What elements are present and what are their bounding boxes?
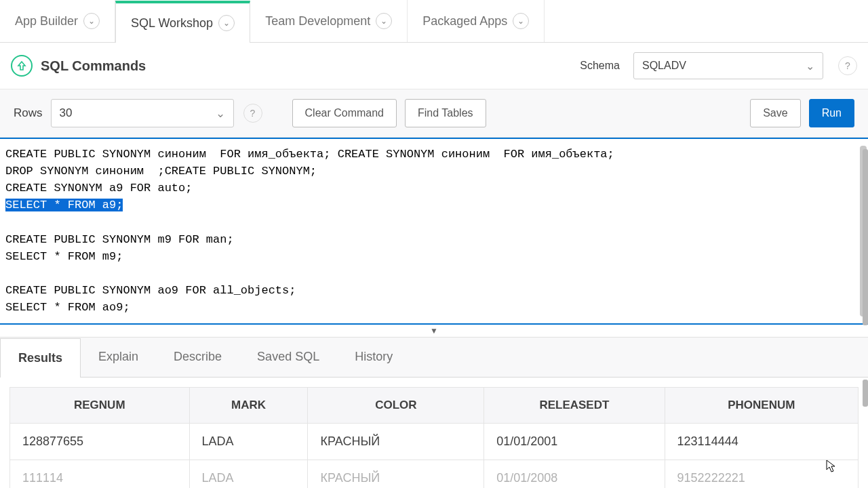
tab-packaged-apps[interactable]: Packaged Apps ⌄	[408, 0, 545, 42]
col-header[interactable]: MARK	[189, 387, 308, 423]
result-tabs: Results Explain Describe Saved SQL Histo…	[0, 338, 868, 378]
help-icon[interactable]: ?	[838, 56, 857, 75]
top-tabs: App Builder ⌄ SQL Workshop ⌄ Team Develo…	[0, 0, 868, 43]
sql-editor[interactable]: CREATE PUBLIC SYNONYM синоним FOR имя_об…	[0, 138, 868, 325]
rows-label: Rows	[14, 106, 43, 120]
col-header[interactable]: COLOR	[308, 387, 484, 423]
tab-saved-sql[interactable]: Saved SQL	[239, 338, 337, 377]
rows-select[interactable]: 30 ⌄	[51, 99, 234, 127]
chevron-down-icon[interactable]: ⌄	[513, 13, 529, 29]
tab-explain[interactable]: Explain	[81, 338, 156, 377]
page-title: SQL Commands	[41, 58, 146, 74]
save-button[interactable]: Save	[750, 99, 800, 127]
toolbar: Rows 30 ⌄ ? Clear Command Find Tables Sa…	[0, 89, 868, 138]
table-row[interactable]: 128877655 LADA КРАСНЫЙ 01/01/2001 123114…	[10, 423, 859, 460]
chevron-down-icon[interactable]: ⌄	[83, 13, 100, 29]
tab-app-builder[interactable]: App Builder ⌄	[0, 0, 115, 42]
schema-label: Schema	[580, 60, 620, 72]
tab-label: Packaged Apps	[422, 14, 507, 28]
chevron-down-icon[interactable]: ⌄	[218, 15, 235, 31]
tab-label: SQL Workshop	[131, 16, 213, 30]
schema-value: SQLADV	[642, 60, 686, 72]
chevron-down-icon[interactable]: ⌄	[376, 13, 392, 29]
table-header-row: REGNUM MARK COLOR RELEASEDT PHONENUM	[10, 387, 859, 423]
tab-results[interactable]: Results	[0, 338, 81, 378]
tab-sql-workshop[interactable]: SQL Workshop ⌄	[115, 1, 250, 43]
col-header[interactable]: REGNUM	[10, 387, 190, 423]
up-arrow-icon[interactable]	[11, 55, 33, 77]
tab-history[interactable]: History	[337, 338, 410, 377]
rows-value: 30	[60, 106, 73, 120]
col-header[interactable]: PHONENUM	[665, 387, 858, 423]
results-grid-wrap: REGNUM MARK COLOR RELEASEDT PHONENUM 128…	[0, 378, 868, 488]
col-header[interactable]: RELEASEDT	[484, 387, 665, 423]
find-tables-button[interactable]: Find Tables	[405, 99, 486, 127]
chevron-down-icon: ⌄	[806, 60, 814, 73]
splitter-handle[interactable]: ▼	[0, 325, 868, 338]
breadcrumb: SQL Commands Schema SQLADV ⌄ ?	[0, 43, 868, 89]
tab-describe[interactable]: Describe	[156, 338, 239, 377]
chevron-down-icon: ⌄	[216, 106, 225, 121]
help-icon[interactable]: ?	[243, 104, 262, 123]
tab-label: App Builder	[15, 14, 78, 28]
selected-sql: SELECT * FROM a9;	[5, 199, 123, 211]
run-button[interactable]: Run	[809, 99, 854, 127]
results-table: REGNUM MARK COLOR RELEASEDT PHONENUM 128…	[9, 387, 859, 488]
page-scrollbar[interactable]	[863, 0, 868, 488]
tab-label: Team Development	[265, 14, 370, 28]
clear-command-button[interactable]: Clear Command	[292, 99, 397, 127]
table-row[interactable]: 111114 LADA КРАСНЫЙ 01/01/2008 915222222…	[10, 460, 859, 488]
tab-team-development[interactable]: Team Development ⌄	[250, 0, 408, 42]
schema-select[interactable]: SQLADV ⌄	[633, 52, 823, 79]
